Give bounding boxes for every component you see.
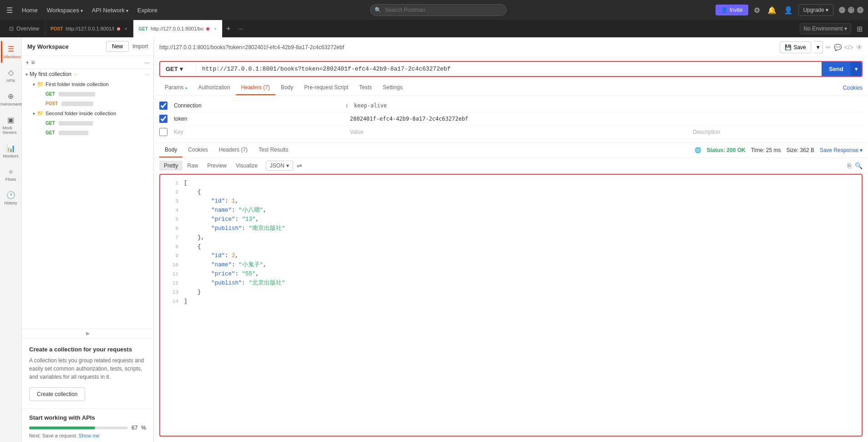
env-grid-icon[interactable]: ⊞ [855,23,864,35]
format-visualize[interactable]: Visualize [231,161,262,171]
edit-icon[interactable]: ✏ [826,44,831,51]
invite-button[interactable]: 👤 Invite [716,5,748,15]
notification-icon[interactable]: 🔔 [766,4,778,16]
history-icon: 🕐 [6,191,15,199]
cookies-link[interactable]: Cookies [843,85,863,91]
wrap-icon[interactable]: ⇌ [297,162,302,169]
tab-get[interactable]: GET http://127.0.0.1:8001/bo × [133,20,223,37]
close-button[interactable]: ✕ [857,7,863,13]
expand-panel[interactable]: ▶ [22,328,153,338]
tab-settings[interactable]: Settings [377,81,408,95]
upgrade-button[interactable]: Upgrade ▾ [798,4,833,16]
connection-checkbox[interactable] [159,102,168,110]
avatar-icon[interactable]: 👤 [782,4,795,16]
settings-icon[interactable]: ⚙ [752,4,762,16]
sidebar-item-environments[interactable]: ⊕ Environments [1,88,21,110]
show-me-link[interactable]: Show me [79,433,100,438]
save-response-button[interactable]: Save Response ▾ [820,147,863,153]
connection-info-icon[interactable]: ℹ [346,103,348,109]
header-row-token: token 2802401f-efc4-42b9-8a17-2c4c63272e… [159,112,863,126]
tab-authorization[interactable]: Authorization [193,81,236,95]
tab-pre-request[interactable]: Pre-request Script [299,81,354,95]
nav-home[interactable]: Home [18,5,41,15]
nav-api-network[interactable]: API Network [88,5,132,15]
url-input[interactable] [197,62,822,76]
sidebar-item-apis[interactable]: ◇ APIs [1,65,21,86]
menu-icon[interactable]: ☰ [5,4,15,16]
copy-response-button[interactable]: ⎘ [848,162,851,169]
format-selector[interactable]: JSON ▾ [266,161,293,171]
sidebar-icons: ☰ Collections ◇ APIs ⊕ Environments ▣ Mo… [0,37,22,442]
filter-button[interactable]: ≡ [31,59,35,66]
search-input[interactable] [370,4,507,16]
method-selector[interactable]: GET ▾ [160,63,197,75]
maximize-button[interactable]: ❐ [848,7,854,13]
resp-tab-cookies[interactable]: Cookies [183,143,213,157]
sidebar-item-monitors[interactable]: 📊 Monitors [1,140,21,162]
create-collection-button[interactable]: Create collection [29,387,85,401]
json-line-10: 10 "name": "小鬼子", [168,260,854,269]
list-item[interactable]: GET [38,128,153,137]
tab-post-close[interactable]: × [125,26,127,31]
sidebar-item-history[interactable]: 🕐 History [1,187,21,209]
search-response-button[interactable]: 🔍 [855,162,863,169]
header-row-empty: Key Value Description [159,126,863,139]
send-dropdown-button[interactable]: ▾ [851,62,862,76]
new-button[interactable]: New [106,41,129,52]
star-icon[interactable]: ☆ [73,71,78,77]
save-dropdown-button[interactable]: ▾ [814,41,823,53]
response-section: Body Cookies Headers (7) Test Results 🌐 … [154,142,868,442]
json-line-3: 3 "id": 1, [168,197,854,206]
tab-overview[interactable]: ⊡ Overview [4,20,45,37]
resp-tab-body[interactable]: Body [159,143,183,157]
collection-more-button[interactable]: ··· [145,71,150,77]
minimize-button[interactable]: — [839,7,845,13]
main-area: ☰ Collections ◇ APIs ⊕ Environments ▣ Mo… [0,37,868,442]
list-item[interactable]: GET [38,89,153,99]
format-pretty[interactable]: Pretty [159,161,183,171]
tab-tests[interactable]: Tests [354,81,377,95]
empty-checkbox[interactable] [159,128,168,136]
resp-tab-test-results[interactable]: Test Results [253,143,294,157]
resp-tab-headers[interactable]: Headers (7) [213,143,253,157]
format-preview[interactable]: Preview [203,161,231,171]
more-tabs-button[interactable]: ··· [234,25,247,32]
collection-tree: ▾ My first collection ☆ ··· ▾ 📁 First fo… [22,69,153,328]
eye-icon[interactable]: 👁 [856,44,863,51]
add-tab-button[interactable]: + [223,25,234,33]
token-checkbox[interactable] [159,115,168,123]
import-button[interactable]: Import [132,43,148,50]
folder-2-header[interactable]: ▾ 📁 Second folder inside collection [29,108,153,118]
sidebar-item-collections[interactable]: ☰ Collections [1,41,21,63]
environment-selector[interactable]: No Environment ▾ [800,23,851,34]
tab-params[interactable]: Params ● [159,81,193,95]
send-button[interactable]: Send [822,62,851,76]
tab-body[interactable]: Body [275,81,299,95]
folder-1-name: First folder inside collection [46,81,109,87]
list-item[interactable]: POST [38,99,153,108]
folder-2-name: Second folder inside collection [46,111,116,116]
tab-headers[interactable]: Headers (7) [236,81,275,95]
code-icon[interactable]: </> [844,44,853,51]
sidebar-item-mock-servers[interactable]: ▣ Mock Servers [1,112,21,138]
sidebar-item-flows[interactable]: ⟐ Flows [1,164,21,185]
folder-1-header[interactable]: ▾ 📁 First folder inside collection [29,79,153,89]
nav-workspaces[interactable]: Workspaces [43,5,86,15]
json-line-5: 5 "price": "13", [168,215,854,224]
json-line-2: 2 { [168,188,854,197]
save-button[interactable]: 💾 Save [780,41,811,53]
comment-icon[interactable]: 💬 [834,44,842,51]
tab-get-close[interactable]: × [214,26,217,31]
format-raw[interactable]: Raw [183,161,203,171]
progress-bar-fill [29,427,95,429]
add-collection-button[interactable]: + [25,59,29,66]
apis-icon: ◇ [8,68,14,77]
collections-more-button[interactable]: ··· [144,59,150,66]
list-item[interactable]: GET [38,118,153,128]
tab-post[interactable]: POST http://127.0.0.1:8001/l × [45,20,133,37]
collection-root[interactable]: ▾ My first collection ☆ ··· [22,69,153,79]
flows-icon: ⟐ [9,168,13,176]
tabs-right: No Environment ▾ ⊞ [800,23,864,35]
request-line [59,92,95,97]
nav-explore[interactable]: Explore [134,5,161,15]
